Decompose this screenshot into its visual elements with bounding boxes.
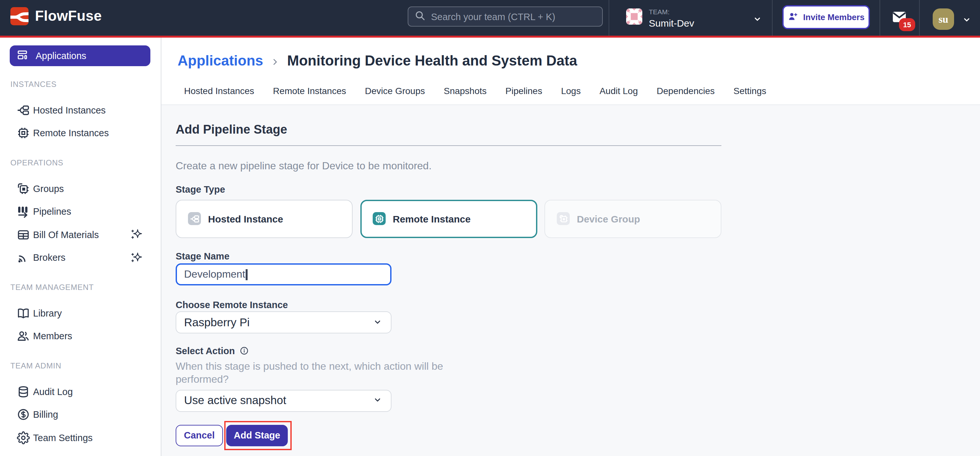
device-group-icon xyxy=(557,212,570,225)
sidebar-item-billing[interactable]: Billing xyxy=(0,403,161,426)
sparkles-icon xyxy=(130,251,143,266)
sidebar-item-label: Bill Of Materials xyxy=(33,230,99,240)
sidebar-item-label: Brokers xyxy=(33,253,65,263)
team-switcher[interactable]: TEAM: Sumit-Dev xyxy=(626,8,694,27)
form-title-divider xyxy=(176,145,721,146)
sidebar-item-label: Hosted Instances xyxy=(33,105,106,115)
invite-members-button[interactable]: Invite Members xyxy=(782,5,870,29)
select-action-label: Select Action xyxy=(176,344,721,357)
user-avatar[interactable]: su xyxy=(933,8,954,30)
stage-type-label: Stage Type xyxy=(176,183,721,196)
billing-icon xyxy=(17,408,30,421)
bill-of-materials-icon xyxy=(17,228,30,241)
breadcrumb-applications-link[interactable]: Applications xyxy=(178,53,263,69)
tab-hosted-instances[interactable]: Hosted Instances xyxy=(184,86,254,96)
sidebar: ApplicationsINSTANCESHosted InstancesRem… xyxy=(0,38,161,456)
brand-name: FlowFuse xyxy=(35,8,102,25)
tab-pipelines[interactable]: Pipelines xyxy=(506,86,542,96)
sidebar-item-label: Team Settings xyxy=(33,433,93,443)
team-name: Sumit-Dev xyxy=(649,18,694,27)
action-value: Use active snapshot xyxy=(184,394,286,407)
sidebar-item-label: Billing xyxy=(33,410,58,420)
form-title: Add Pipeline Stage xyxy=(176,122,721,137)
sidebar-item-groups[interactable]: Groups xyxy=(0,177,161,200)
main-content: Applications Monitoring Device Health an… xyxy=(161,38,980,456)
nav-divider-4 xyxy=(919,0,920,36)
tab-device-groups[interactable]: Device Groups xyxy=(365,86,425,96)
groups-icon xyxy=(17,182,30,195)
sidebar-item-label: Pipelines xyxy=(33,207,71,217)
stage-name-value: Development xyxy=(184,269,245,280)
sidebar-item-applications[interactable]: Applications xyxy=(10,45,150,66)
library-icon xyxy=(17,307,30,320)
sidebar-item-label: Applications xyxy=(36,51,86,61)
sidebar-item-label: Remote Instances xyxy=(33,128,109,139)
form-buttons: Cancel Add Stage xyxy=(176,425,721,446)
sidebar-item-members[interactable]: Members xyxy=(0,325,161,348)
sidebar-item-label: Groups xyxy=(33,183,64,194)
team-label: TEAM: xyxy=(649,8,694,15)
sidebar-item-team-settings[interactable]: Team Settings xyxy=(0,426,161,449)
stage-type-option-hosted-instance[interactable]: Hosted Instance xyxy=(176,199,353,238)
info-icon[interactable] xyxy=(240,347,249,356)
cancel-button[interactable]: Cancel xyxy=(176,425,223,446)
tab-settings[interactable]: Settings xyxy=(733,86,766,96)
text-cursor xyxy=(246,269,248,280)
remote-instance-icon xyxy=(373,212,386,225)
nav-divider-1 xyxy=(609,0,609,36)
stage-name-input[interactable]: Development xyxy=(176,263,391,285)
remote-instance-value: Raspberry Pi xyxy=(184,316,250,329)
breadcrumb-chevron-icon xyxy=(271,57,279,67)
brokers-icon xyxy=(17,251,30,264)
page-header: Applications Monitoring Device Health an… xyxy=(161,38,980,105)
invite-members-label: Invite Members xyxy=(803,12,864,22)
user-plus-icon xyxy=(788,11,799,23)
stage-type-options: Hosted InstanceRemote InstanceDevice Gro… xyxy=(176,199,721,238)
tab-remote-instances[interactable]: Remote Instances xyxy=(273,86,346,96)
top-navbar: FlowFuse Search your team (CTRL + K) TEA… xyxy=(0,0,980,38)
stage-name-label: Stage Name xyxy=(176,249,721,262)
sidebar-item-pipelines[interactable]: Pipelines xyxy=(0,200,161,223)
stage-type-option-label: Hosted Instance xyxy=(208,214,283,225)
sidebar-section-team-admin: TEAM ADMIN xyxy=(10,361,161,370)
annotation-highlight-box xyxy=(224,421,292,450)
members-icon xyxy=(17,330,30,343)
tab-dependencies[interactable]: Dependencies xyxy=(657,86,714,96)
hosted-instance-icon xyxy=(188,212,201,225)
sidebar-item-bill-of-materials[interactable]: Bill Of Materials xyxy=(0,223,161,246)
select-chevron-down-icon xyxy=(372,317,383,328)
sidebar-item-label: Members xyxy=(33,331,72,341)
team-chevron-down-icon[interactable] xyxy=(752,14,763,25)
flowfuse-logo[interactable]: FlowFuse xyxy=(10,7,102,25)
add-pipeline-stage-form: Add Pipeline Stage Create a new pipeline… xyxy=(161,105,721,446)
applications-icon xyxy=(17,49,30,62)
remote-instances-icon xyxy=(17,127,30,140)
tab-logs[interactable]: Logs xyxy=(561,86,581,96)
breadcrumb: Applications Monitoring Device Health an… xyxy=(178,52,980,70)
team-search-input[interactable]: Search your team (CTRL + K) xyxy=(408,6,603,27)
user-menu-chevron-down-icon[interactable] xyxy=(961,14,972,26)
team-avatar xyxy=(626,8,642,25)
audit-log-icon xyxy=(17,385,30,398)
form-description: Create a new pipeline stage for Device t… xyxy=(176,159,721,172)
remote-instance-select[interactable]: Raspberry Pi xyxy=(176,311,391,333)
tab-audit-log[interactable]: Audit Log xyxy=(600,86,638,96)
sidebar-section-operations: OPERATIONS xyxy=(10,158,161,167)
sidebar-item-remote-instances[interactable]: Remote Instances xyxy=(0,122,161,145)
sidebar-item-library[interactable]: Library xyxy=(0,301,161,325)
choose-remote-instance-label: Choose Remote Instance xyxy=(176,298,721,311)
team-settings-icon xyxy=(17,431,30,444)
stage-type-option-remote-instance[interactable]: Remote Instance xyxy=(360,199,537,238)
tab-snapshots[interactable]: Snapshots xyxy=(444,86,487,96)
sidebar-item-brokers[interactable]: Brokers xyxy=(0,246,161,269)
pipelines-icon xyxy=(17,205,30,218)
sidebar-item-hosted-instances[interactable]: Hosted Instances xyxy=(0,99,161,122)
select-action-label-text: Select Action xyxy=(176,344,235,357)
action-select[interactable]: Use active snapshot xyxy=(176,389,391,411)
search-icon xyxy=(414,10,426,24)
stage-type-option-label: Device Group xyxy=(577,214,640,225)
stage-type-option-label: Remote Instance xyxy=(393,214,471,225)
sidebar-section-team-management: TEAM MANAGEMENT xyxy=(10,282,161,292)
sidebar-item-audit-log[interactable]: Audit Log xyxy=(0,380,161,403)
sparkles-icon xyxy=(130,228,143,243)
